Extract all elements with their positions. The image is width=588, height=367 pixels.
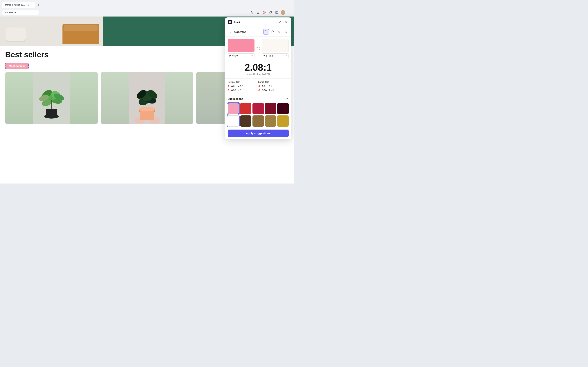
wcag-normal-aa-row: ✗ AA 4.5:1 bbox=[228, 85, 258, 88]
wcag-normal-aa-fail-icon: ✗ bbox=[228, 85, 230, 88]
ottoman bbox=[6, 27, 26, 42]
url-text: webflow.io bbox=[5, 11, 16, 14]
stark-header-actions bbox=[277, 20, 289, 25]
color2-hex-value: #FBF7F2 bbox=[263, 55, 273, 57]
suggestion-color-1[interactable] bbox=[228, 103, 239, 114]
contrast-tools bbox=[263, 29, 289, 34]
svg-marker-1 bbox=[257, 11, 259, 14]
close-button[interactable] bbox=[284, 20, 289, 25]
stark-panel: Stark Contrast bbox=[225, 17, 291, 139]
wcag-large-aa-ratio: 3:1 bbox=[269, 85, 272, 88]
tab-close-button[interactable]: ✕ bbox=[27, 4, 29, 6]
browser-chrome: premium house pla... ✕ + webflow.io bbox=[0, 0, 294, 17]
wcag-normal-aaa-label: AAA bbox=[231, 89, 237, 91]
active-tab[interactable]: premium house pla... ✕ bbox=[2, 2, 35, 8]
svg-point-53 bbox=[278, 31, 278, 31]
swap-colors-button[interactable] bbox=[256, 46, 261, 51]
wcag-large-aaa-label: AAA bbox=[262, 89, 267, 91]
color-swatches-area: #FA8DA6 ⌃ #FBF7F2 ⌃ bbox=[225, 36, 291, 61]
wcag-normal-aa-label: AA bbox=[231, 85, 237, 88]
wcag-table: Normal Text ✗ AA 4.5:1 ✗ AAA 7:1 Large T… bbox=[225, 79, 291, 95]
wcag-large-aaa-ratio: 4.5:1 bbox=[269, 89, 274, 91]
product-card-2[interactable] bbox=[101, 72, 193, 124]
wcag-large-text-header: Large Text bbox=[258, 81, 289, 83]
svg-rect-49 bbox=[265, 31, 267, 33]
svg-line-45 bbox=[280, 21, 281, 22]
help-tool-button[interactable] bbox=[283, 29, 289, 34]
contrast-title: Contrast bbox=[228, 29, 246, 34]
select-tool-button[interactable] bbox=[263, 29, 269, 34]
stark-logo-text: Stark bbox=[233, 21, 241, 24]
wcag-large-aa-label: AA bbox=[262, 85, 267, 88]
suggestion-color-3[interactable] bbox=[252, 103, 264, 114]
color2-container: #FBF7F2 ⌃ bbox=[262, 39, 289, 58]
wcag-large-text-col: Large Text ✗ AA 3:1 ✗ AAA 4.5:1 bbox=[258, 81, 289, 92]
contrast-title-text: Contrast bbox=[234, 30, 246, 33]
extensions-icon[interactable] bbox=[268, 10, 273, 15]
stark-logo-icon bbox=[228, 20, 232, 25]
apply-suggestions-button[interactable]: Apply suggestions bbox=[228, 130, 289, 137]
most-popular-badge[interactable]: Most popular bbox=[5, 63, 29, 69]
svg-line-3 bbox=[263, 12, 265, 13]
wcag-large-aaa-row: ✗ AAA 4.5:1 bbox=[258, 89, 289, 91]
tab-title: premium house pla... bbox=[5, 4, 25, 6]
contrast-ratio-section: 2.08:1 Simple Contrast (WCAG) bbox=[225, 61, 291, 79]
color1-hex-value: #FA8DA6 bbox=[229, 55, 239, 57]
minimize-button[interactable] bbox=[277, 20, 282, 25]
bookmark-icon[interactable] bbox=[255, 10, 260, 15]
eyedropper-tool-button[interactable] bbox=[270, 29, 276, 34]
color2-value-input[interactable]: #FBF7F2 ⌃ bbox=[262, 53, 289, 58]
user-avatar[interactable] bbox=[280, 10, 285, 15]
svg-point-25 bbox=[139, 107, 155, 111]
suggestions-color-grid bbox=[228, 103, 289, 127]
address-bar: webflow.io bbox=[0, 8, 294, 17]
product-card-1[interactable] bbox=[5, 72, 98, 124]
suggestions-section: Suggestions Apply suggestions bbox=[225, 95, 291, 139]
suggestion-color-5[interactable] bbox=[277, 103, 289, 114]
contrast-nav: Contrast bbox=[225, 27, 291, 36]
share-icon[interactable] bbox=[249, 10, 254, 15]
contrast-method-label: Simple Contrast (WCAG) bbox=[228, 73, 289, 75]
svg-point-54 bbox=[278, 32, 279, 32]
wcag-normal-aaa-ratio: 7:1 bbox=[238, 89, 242, 91]
wcag-normal-aaa-row: ✗ AAA 7:1 bbox=[228, 89, 258, 91]
svg-line-46 bbox=[279, 22, 280, 23]
settings-tool-button[interactable] bbox=[277, 29, 282, 34]
back-button[interactable] bbox=[228, 29, 233, 34]
svg-point-55 bbox=[279, 32, 279, 33]
stark-panel-header: Stark bbox=[225, 17, 291, 27]
suggestion-color-10[interactable] bbox=[277, 116, 289, 127]
suggestion-color-6[interactable] bbox=[228, 116, 239, 127]
stark-toolbar-icon[interactable] bbox=[262, 10, 267, 15]
svg-point-7 bbox=[289, 12, 289, 13]
wcag-normal-aaa-fail-icon: ✗ bbox=[228, 89, 230, 91]
wcag-large-aa-row: ✗ AA 3:1 bbox=[258, 85, 289, 88]
wcag-large-aa-fail-icon: ✗ bbox=[258, 85, 260, 88]
suggestions-title: Suggestions bbox=[228, 97, 243, 100]
color1-swatch[interactable] bbox=[228, 39, 254, 52]
url-input[interactable]: webflow.io bbox=[2, 10, 39, 15]
color2-swatch[interactable] bbox=[262, 39, 289, 52]
wcag-normal-aa-ratio: 4.5:1 bbox=[238, 85, 243, 88]
wcag-normal-text-header: Normal Text bbox=[228, 81, 258, 83]
wcag-large-aaa-fail-icon: ✗ bbox=[258, 89, 260, 91]
hero-left bbox=[0, 17, 103, 46]
more-options-icon[interactable] bbox=[287, 10, 292, 15]
split-screen-icon[interactable] bbox=[274, 10, 279, 15]
suggestion-color-9[interactable] bbox=[265, 116, 276, 127]
sofa bbox=[62, 24, 99, 44]
suggestions-toggle-button[interactable] bbox=[286, 97, 289, 101]
suggestion-color-2[interactable] bbox=[240, 103, 251, 114]
suggestions-header: Suggestions bbox=[228, 97, 289, 101]
suggestion-color-4[interactable] bbox=[265, 103, 276, 114]
browser-toolbar-icons bbox=[249, 10, 292, 15]
tab-bar: premium house pla... ✕ + bbox=[0, 0, 294, 8]
suggestion-color-7[interactable] bbox=[240, 116, 251, 127]
new-tab-button[interactable]: + bbox=[36, 2, 41, 8]
svg-rect-11 bbox=[46, 109, 57, 118]
svg-point-8 bbox=[289, 13, 289, 14]
color1-value-input[interactable]: #FA8DA6 ⌃ bbox=[228, 53, 254, 58]
suggestion-color-8[interactable] bbox=[252, 116, 264, 127]
svg-point-6 bbox=[289, 11, 289, 12]
stark-logo: Stark bbox=[228, 20, 241, 25]
